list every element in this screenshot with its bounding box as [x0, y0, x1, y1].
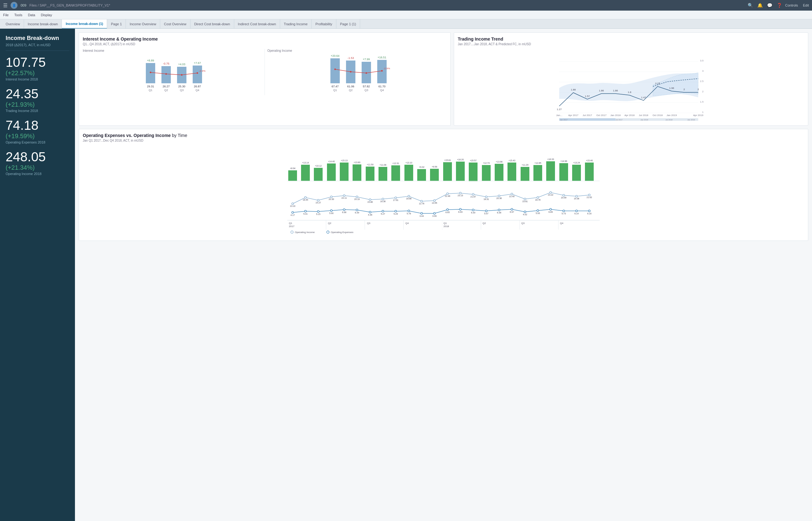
- svg-text:Jan...: Jan...: [556, 114, 562, 117]
- svg-text:2: 2: [702, 90, 704, 93]
- tab-trading-income[interactable]: Trading Income: [280, 19, 312, 29]
- svg-point-135: [343, 195, 345, 197]
- menu-data[interactable]: Data: [28, 13, 35, 17]
- svg-rect-120: [533, 165, 542, 181]
- svg-text:Jan 2018: Jan 2018: [640, 119, 648, 121]
- svg-text:23.22: 23.22: [548, 194, 553, 196]
- svg-text:Apr 2018: Apr 2018: [624, 114, 635, 117]
- svg-point-247: [327, 231, 329, 233]
- interest-income-chart: Interest Income +8.89 -0.75 +4.03 +7.67: [83, 49, 262, 95]
- svg-text:1.47: 1.47: [641, 96, 646, 99]
- sidebar-metric-trading: 24.35 (+21.93%) Trading Income 2018: [6, 87, 69, 113]
- svg-text:1.27: 1.27: [557, 108, 562, 111]
- tabbar: Overview Income break-down Income break-…: [0, 19, 812, 29]
- svg-text:Jul 2018: Jul 2018: [639, 114, 648, 117]
- svg-text:3.99: 3.99: [432, 215, 436, 217]
- tab-cost-overview[interactable]: Cost Overview: [160, 19, 191, 29]
- search-icon[interactable]: 🔍: [748, 3, 753, 8]
- tab-income-breakdown[interactable]: Income break-down: [24, 19, 62, 29]
- svg-text:+15.81: +15.81: [444, 159, 451, 161]
- topbar: ☰ 👤 009 Files / SAP__FS_GEN_BANKSPROFITA…: [0, 0, 812, 10]
- svg-text:Q2: Q2: [164, 89, 168, 92]
- svg-text:Operating Expenses: Operating Expenses: [331, 231, 354, 234]
- svg-text:5.27: 5.27: [381, 213, 385, 215]
- tab-indirect-cost[interactable]: Indirect Cost break-down: [234, 19, 280, 29]
- operating-income-chart: Operating Income +20.64 -1.53 +7.99 +16.…: [267, 49, 447, 95]
- chat-icon[interactable]: 💬: [767, 3, 772, 8]
- svg-text:6.30: 6.30: [471, 211, 475, 214]
- svg-point-185: [369, 211, 371, 213]
- svg-text:6.39: 6.39: [355, 211, 359, 214]
- menu-icon[interactable]: ☰: [3, 2, 7, 8]
- edit-btn[interactable]: Edit: [803, 3, 809, 7]
- svg-point-142: [433, 200, 435, 202]
- svg-text:+4.03: +4.03: [178, 63, 186, 66]
- svg-text:Oct 2017: Oct 2017: [596, 114, 606, 117]
- svg-text:+9.56: +9.56: [432, 166, 437, 168]
- svg-point-134: [330, 196, 332, 198]
- menu-display[interactable]: Display: [41, 13, 52, 17]
- svg-point-139: [395, 197, 397, 199]
- svg-text:Jul 2017: Jul 2017: [615, 119, 622, 121]
- svg-point-39: [350, 71, 351, 73]
- svg-point-147: [498, 195, 500, 197]
- svg-text:Q4: Q4: [560, 222, 563, 225]
- svg-rect-102: [417, 169, 426, 181]
- svg-text:-0.75: -0.75: [163, 62, 170, 65]
- svg-point-194: [485, 210, 487, 212]
- svg-rect-90: [340, 162, 348, 181]
- svg-text:5.29: 5.29: [393, 213, 398, 215]
- svg-rect-126: [572, 165, 581, 181]
- user-avatar[interactable]: 👤: [10, 2, 18, 9]
- svg-point-143: [447, 193, 448, 195]
- svg-text:21.87: 21.87: [470, 196, 476, 198]
- svg-text:5.93: 5.93: [536, 212, 540, 214]
- svg-text:57.82: 57.82: [363, 85, 370, 88]
- svg-text:1.8: 1.8: [628, 91, 632, 94]
- svg-point-138: [382, 198, 384, 200]
- svg-text:25.30: 25.30: [178, 85, 186, 88]
- tab-page1-1[interactable]: Page 1 (1): [336, 19, 360, 29]
- tab-direct-cost[interactable]: Direct Cost break-down: [191, 19, 234, 29]
- tab-page1[interactable]: Page 1: [107, 19, 126, 29]
- tab-income-breakdown-1[interactable]: Income break-down (1): [62, 19, 107, 29]
- svg-text:+15.46: +15.46: [586, 159, 593, 162]
- menubar: File Tools Data Display: [0, 10, 812, 19]
- svg-rect-3: [193, 66, 202, 83]
- svg-text:Q1: Q1: [289, 222, 292, 225]
- tab-profitability[interactable]: Profitability: [312, 19, 336, 29]
- svg-text:Q4: Q4: [405, 222, 409, 225]
- svg-text:Q2: Q2: [483, 222, 486, 225]
- svg-text:-2.9%: -2.9%: [384, 67, 390, 70]
- svg-text:+12.31: +12.31: [392, 162, 399, 164]
- tab-overview[interactable]: Overview: [2, 19, 24, 29]
- menu-tools[interactable]: Tools: [14, 13, 22, 17]
- help-icon[interactable]: ❓: [777, 3, 782, 8]
- svg-text:26.87: 26.87: [194, 85, 201, 88]
- svg-point-149: [524, 198, 526, 200]
- svg-text:4.17: 4.17: [291, 214, 295, 216]
- svg-text:-1.53: -1.53: [348, 56, 354, 60]
- svg-text:2017: 2017: [289, 225, 295, 228]
- trading-trend-title: Trading Income Trend: [458, 37, 804, 42]
- top-panel-row: Interest Income & Operating Income Q1...…: [79, 32, 808, 126]
- svg-point-202: [589, 210, 590, 212]
- svg-point-41: [381, 70, 383, 72]
- menu-file[interactable]: File: [3, 13, 9, 17]
- svg-rect-100: [404, 165, 413, 181]
- sidebar-label-trading: Trading Income 2018: [6, 109, 69, 113]
- svg-text:+16.51: +16.51: [378, 56, 386, 59]
- svg-text:18.78: 18.78: [535, 199, 541, 201]
- svg-text:Q1: Q1: [149, 89, 152, 92]
- topbar-right: Controls Edit: [785, 3, 809, 7]
- svg-point-181: [317, 210, 319, 212]
- svg-text:20.19: 20.19: [354, 198, 360, 200]
- svg-point-146: [485, 196, 487, 198]
- svg-text:1: 1: [702, 111, 704, 114]
- svg-text:15.27: 15.27: [316, 202, 321, 204]
- svg-text:3.5: 3.5: [700, 59, 704, 62]
- tab-income-overview[interactable]: Income Overview: [126, 19, 160, 29]
- svg-text:+7.67: +7.67: [194, 62, 201, 65]
- controls-btn[interactable]: Controls: [785, 3, 798, 7]
- share-icon[interactable]: 🔔: [757, 3, 763, 8]
